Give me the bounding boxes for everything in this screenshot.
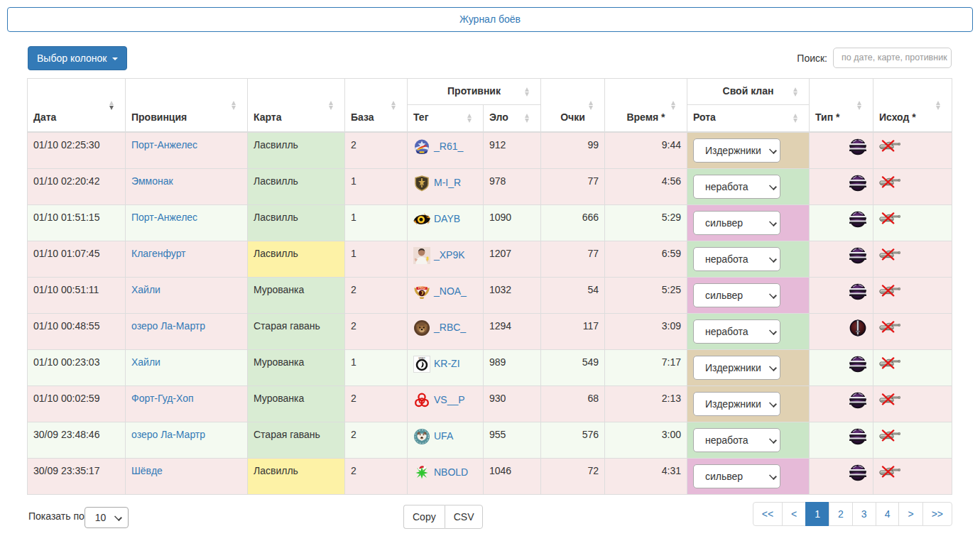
svg-text:PRO: PRO (418, 285, 425, 289)
svg-text:SPIRIT: SPIRIT (418, 357, 425, 360)
